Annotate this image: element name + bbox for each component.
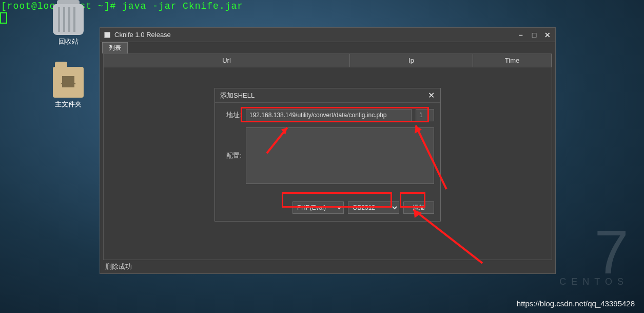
desktop-trash[interactable]: 回收站 [50,4,86,46]
terminal-line: [root@localhost ~]# java -jar Cknife.jar [1,1,243,11]
key-input[interactable] [416,109,434,121]
tabstrip: 列表 [100,42,555,53]
window-title: Cknife 1.0 Release [114,31,513,39]
statusbar: 删除成功 [100,260,555,273]
col-time[interactable]: Time [473,54,552,67]
desktop-home-folder[interactable]: 主文件夹 [50,67,86,109]
add-shell-dialog: 添加SHELL ✕ 地址: 配置: PHP(Eval) GB2312 添加 [214,88,441,222]
folder-icon [53,67,84,98]
terminal-cursor [0,12,7,24]
home-label: 主文件夹 [50,100,86,109]
dialog-titlebar[interactable]: 添加SHELL ✕ [215,88,440,103]
script-type-select[interactable]: PHP(Eval) [292,201,344,214]
trash-icon [53,4,84,35]
app-icon [104,32,110,38]
centos-watermark: 7 CENTOS [559,227,629,287]
add-button[interactable]: 添加 [403,201,434,214]
col-url[interactable]: Url [104,54,350,67]
config-textarea[interactable] [246,127,434,184]
address-input[interactable] [246,109,412,121]
column-headers: Url Ip Time [104,54,552,67]
trash-label: 回收站 [50,37,86,46]
charset-select[interactable]: GB2312 [348,201,399,214]
tab-list[interactable]: 列表 [102,42,128,53]
dialog-close-icon[interactable]: ✕ [427,91,435,100]
col-ip[interactable]: Ip [350,54,473,67]
maximize-button[interactable]: □ [531,31,538,39]
minimize-button[interactable]: – [517,31,524,39]
close-button[interactable]: ✕ [544,31,551,39]
addr-label: 地址: [221,111,242,120]
dialog-title: 添加SHELL [220,91,427,100]
terminal-command: java -jar Cknife.jar [122,1,243,11]
config-label: 配置: [221,127,242,160]
watermark-url: https://blog.csdn.net/qq_43395428 [517,299,635,308]
titlebar[interactable]: Cknife 1.0 Release – □ ✕ [100,28,555,42]
